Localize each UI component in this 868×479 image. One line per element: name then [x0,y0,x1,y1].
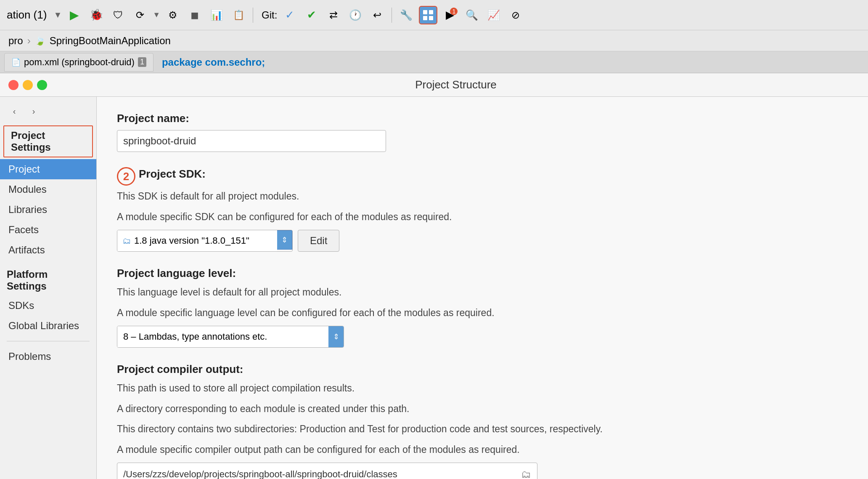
sidebar-item-libraries[interactable]: Libraries [0,200,96,220]
breadcrumb: pro › 🍃 SpringBootMainApplication [0,30,868,51]
sidebar: ‹ › Project Settings Project Modules Lib… [0,97,97,479]
tab-bar: 📄 pom.xml (springboot-druid) 1 package c… [0,51,868,73]
compiler-desc3: This directory contains two subdirectori… [117,422,848,436]
project-sdk-label: Project SDK: [139,168,206,181]
profile-button[interactable]: 📊 [207,6,226,24]
lang-spinner[interactable]: ⇕ [328,326,344,347]
git-label: Git: [262,9,277,21]
project-lang-section: Project language level: This language le… [117,267,848,348]
project-name-input[interactable] [117,130,386,152]
compiler-output-section: Project compiler output: This path is us… [117,363,848,479]
sdk-row: 🗂 1.8 java version "1.8.0_151" ⇕ Edit [117,230,848,252]
annotation-circle-2: 2 [117,167,135,186]
sdk-desc2: A module specific SDK can be configured … [117,210,848,224]
svg-rect-2 [423,16,427,20]
lang-desc2: A module specific language level can be … [117,306,848,320]
git-tick-button[interactable]: ✔ [302,6,321,24]
forward-button[interactable]: › [26,104,41,119]
minimize-button[interactable] [23,80,33,90]
platform-settings-label: Platform Settings [0,265,96,295]
window-chrome: Project Structure [0,73,868,97]
reload-button[interactable]: ⟳ [131,6,149,24]
svg-rect-3 [429,16,433,20]
breadcrumb-sep: › [27,35,31,47]
toolbar: ation (1) ▼ ▶ 🐞 🛡 ⟳ ▼ ⚙ ◼ 📊 📋 Git: ✓ ✔ ⇄… [0,0,868,30]
coverage2-button[interactable]: 📋 [229,6,248,24]
compiler-desc2: A directory corresponding to each module… [117,402,848,416]
project-name-section: Project name: [117,112,848,152]
close-button[interactable] [8,80,19,90]
sdk-desc1: This SDK is default for all project modu… [117,189,848,204]
sidebar-item-facets[interactable]: Facets [0,220,96,240]
sidebar-item-artifacts[interactable]: Artifacts [0,240,96,260]
sdk-select[interactable]: 🗂 1.8 java version "1.8.0_151" [117,230,277,251]
lang-select-wrapper: 8 – Lambdas, type annotations etc. ⇕ [117,326,344,348]
git-merge-button[interactable]: ⇄ [324,6,343,24]
compiler-desc4: A module specific compiler output path c… [117,442,848,457]
compiler-output-box[interactable]: /Users/zzs/develop/projects/springboot-a… [117,463,537,479]
sidebar-item-problems[interactable]: Problems [0,346,96,367]
project-structure-button[interactable] [419,6,437,24]
project-name-label: Project name: [117,112,848,125]
sdk-select-wrapper: 🗂 1.8 java version "1.8.0_151" ⇕ [117,230,293,252]
sidebar-item-modules[interactable]: Modules [0,179,96,200]
run-config-button[interactable]: ▶ 1 [441,6,459,24]
search-button[interactable]: 🔍 [463,6,481,24]
git-history-button[interactable]: 🕐 [346,6,365,24]
edit-button[interactable]: Edit [298,230,339,252]
sidebar-item-sdks[interactable]: SDKs [0,295,96,316]
separator1 [253,8,253,23]
run-button[interactable]: ▶ [65,6,84,24]
tab-file-name: pom.xml (springboot-druid) [24,57,135,68]
sidebar-item-global-libraries[interactable]: Global Libraries [0,316,96,336]
springboot-icon: 🍃 [35,36,45,46]
tab-line-num: 1 [138,57,146,67]
debug-button[interactable]: 🐞 [87,6,106,24]
breadcrumb-pro[interactable]: pro [8,35,23,47]
app-name: ation (1) [7,8,47,21]
stop-button[interactable]: ◼ [185,6,204,24]
monitor-button[interactable]: 📈 [484,6,503,24]
build-button[interactable]: ⚙ [164,6,182,24]
git-check-button[interactable]: ✓ [281,6,299,24]
main-layout: ‹ › Project Settings Project Modules Lib… [0,97,868,479]
breadcrumb-main[interactable]: SpringBootMainApplication [50,35,171,47]
cancel-button[interactable]: ⊘ [506,6,525,24]
reload-arrow[interactable]: ▼ [153,11,160,19]
coverage-button[interactable]: 🛡 [109,6,127,24]
window-title: Project Structure [52,78,860,91]
maximize-button[interactable] [37,80,47,90]
sdk-header: 2 Project SDK: [117,167,848,186]
traffic-lights [8,80,47,90]
content-area: Project name: 2 Project SDK: This SDK is… [97,97,868,479]
sidebar-divider [7,341,90,341]
sdk-folder-icon: 🗂 [122,236,131,246]
code-preview: package com.sechro; [153,56,864,68]
sidebar-item-project[interactable]: Project [0,159,96,179]
svg-rect-1 [429,10,433,14]
file-tab[interactable]: 📄 pom.xml (springboot-druid) 1 [4,53,153,72]
project-lang-label: Project language level: [117,267,848,280]
git-undo-button[interactable]: ↩ [368,6,386,24]
wrench-button[interactable]: 🔧 [397,6,415,24]
compiler-output-label: Project compiler output: [117,363,848,376]
svg-rect-0 [423,10,427,14]
sdk-spinner[interactable]: ⇕ [277,230,292,250]
back-button[interactable]: ‹ [7,104,22,119]
tab-file-icon: 📄 [11,58,21,67]
separator2 [392,8,392,23]
dropdown-arrow[interactable]: ▼ [53,10,62,20]
lang-desc1: This language level is default for all p… [117,285,848,300]
lang-select[interactable]: 8 – Lambdas, type annotations etc. [117,326,328,347]
sidebar-nav: ‹ › [0,104,96,125]
project-sdk-section: 2 Project SDK: This SDK is default for a… [117,167,848,252]
sdk-value: 1.8 java version "1.8.0_151" [134,235,249,246]
output-folder-icon: 🗂 [521,468,531,479]
compiler-desc1: This path is used to store all project c… [117,381,848,396]
compiler-output-value: /Users/zzs/develop/projects/springboot-a… [123,469,517,479]
project-settings-label: Project Settings [3,125,93,157]
lang-value: 8 – Lambdas, type annotations etc. [123,331,267,342]
